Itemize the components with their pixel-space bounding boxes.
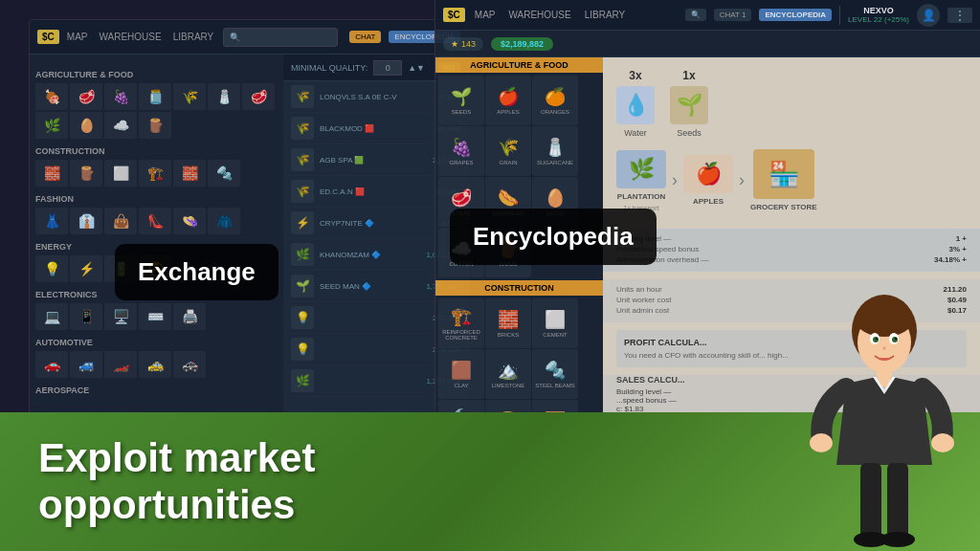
item-icon: 🌱 [291, 275, 314, 298]
apples-result: 🍎 Apples [683, 155, 733, 206]
production-chain: 🌿 PLANTATION 1x transport › 🍎 Apples › 🏪 [616, 149, 967, 211]
rn-map[interactable]: MAP [475, 10, 496, 20]
list-item[interactable]: 🧥 [208, 208, 240, 234]
list-item[interactable]: 💻 [35, 303, 68, 330]
chat-badge[interactable]: CHAT 1 [714, 9, 752, 21]
list-item[interactable]: ⌨️ [139, 303, 171, 330]
encyclopedia-label: Encyclopedia [473, 222, 634, 251]
list-item[interactable]: 👗 [35, 208, 68, 234]
list-item[interactable]: 🖥️ [104, 303, 137, 330]
recipe-row: 3x 💧 Water 1x 🌱 Seeds [616, 69, 967, 138]
construction-grid: 🧱 🪵 ⬜ 🏗️ 🧱 🔩 [35, 160, 278, 187]
item-label: REINFORCED CONCRETE [438, 329, 484, 341]
water-count: 3x [629, 69, 641, 82]
list-item[interactable]: 🍊 ORANGES [532, 76, 578, 125]
list-item[interactable]: 🧂 [208, 83, 240, 110]
list-item[interactable]: 💡 [35, 255, 68, 282]
list-item[interactable]: 🍖 [35, 83, 68, 110]
list-item[interactable]: 🌱 SEEDS [438, 76, 484, 125]
list-item[interactable]: 🏎️ [104, 351, 137, 378]
list-item[interactable]: 👠 [139, 208, 171, 234]
list-item[interactable]: 🧱 [173, 160, 206, 187]
list-item[interactable]: 🚓 [173, 351, 206, 378]
svg-point-2 [856, 302, 913, 337]
left-logo: $C [37, 30, 59, 44]
grocery-store-label: GRoceRy STORE [750, 203, 817, 211]
rn-library[interactable]: LIBRARY [585, 10, 626, 20]
list-item[interactable]: 🍇 [104, 83, 137, 110]
list-item[interactable]: ☁️ [104, 112, 137, 139]
list-item[interactable]: 🍎 APPLES [485, 76, 531, 125]
list-item[interactable]: ⚡ [70, 255, 102, 282]
list-item[interactable]: 🥩 [70, 83, 102, 110]
chain-arrow-1: › [672, 170, 678, 190]
list-item[interactable]: 🌿 [35, 112, 68, 139]
list-item[interactable]: 👔 [70, 208, 102, 234]
list-item[interactable]: 🧂 SUGARCANE [532, 126, 578, 176]
stats-row-speed: Production speed bonus 3% + [616, 245, 967, 253]
rn-warehouse[interactable]: WAREHOUSE [508, 10, 570, 20]
quality-input[interactable] [373, 60, 402, 76]
nav-library[interactable]: LIBRARY [173, 32, 214, 42]
company-name: CRYP7NITE 🔷 [320, 219, 435, 228]
list-item[interactable]: 🏗️ REINFORCED CONCRETE [438, 298, 484, 348]
item-emoji: 🟫 [451, 360, 472, 381]
section-agriculture: AGRICULTURE & FOOD [435, 57, 603, 73]
list-item[interactable]: 👒 [173, 208, 206, 234]
list-item[interactable]: 🚗 [35, 351, 68, 378]
list-item[interactable]: 🏔️ LIMESTONE [485, 349, 531, 399]
list-item[interactable]: 🪵 [139, 112, 171, 139]
item-emoji: 🍇 [451, 137, 472, 158]
right-logo: $C [443, 8, 465, 22]
item-emoji: 🏔️ [498, 360, 519, 381]
quality-arrows[interactable]: ▲▼ [408, 63, 425, 73]
list-item[interactable]: 🌾 GRAIN [485, 126, 531, 176]
list-item[interactable]: 🟫 CLAY [438, 349, 484, 399]
nav-map[interactable]: MAP [67, 32, 88, 42]
item-label: GRAIN [499, 160, 517, 165]
list-item[interactable]: 🪵 [70, 160, 102, 187]
list-item[interactable]: ⬜ [104, 160, 137, 187]
left-search[interactable]: 🔍 [223, 28, 338, 47]
user-avatar[interactable]: 👤 [917, 4, 940, 27]
item-emoji: 🥩 [451, 187, 472, 209]
list-item[interactable]: 📱 [70, 303, 102, 330]
list-item[interactable]: 🖨️ [173, 303, 206, 330]
list-item[interactable]: 🧱 [35, 160, 68, 187]
section-construction: CONSTRUCTION [435, 280, 603, 296]
list-item[interactable]: 🧱 BRICKS [485, 298, 531, 348]
item-emoji: 🍎 [498, 86, 519, 107]
more-menu[interactable]: ⋮ [947, 8, 972, 23]
company-name: ED.C.A.N 🟥 [320, 187, 432, 196]
list-item[interactable]: 🔩 [208, 160, 240, 187]
exploit-line1: Exploit market [38, 435, 315, 480]
nav-warehouse[interactable]: WAREHOUSE [99, 32, 161, 42]
encyclopedia-tab[interactable]: ENCYCLOPEDIA [759, 9, 832, 21]
list-item[interactable]: 🌾 [173, 83, 206, 110]
list-item[interactable]: 🥚 [70, 112, 102, 139]
list-item[interactable]: 🏗️ [139, 160, 171, 187]
list-item[interactable]: 🫙 [139, 83, 171, 110]
plantation-icon: 🌿 [616, 150, 666, 188]
list-item[interactable]: 🚕 [139, 351, 171, 378]
seeds-icon: 🌱 [670, 86, 708, 124]
list-item[interactable]: 🥩 [242, 83, 275, 110]
search-btn[interactable]: 🔍 [685, 9, 706, 21]
admin-value: 34.18% + [934, 255, 967, 264]
item-icon: 🌿 [291, 369, 314, 392]
list-item[interactable]: 🔩 STEEL BEAMS [532, 349, 578, 399]
company-name: KHANOMZAM 🔷 [320, 251, 420, 259]
item-label: SUGARCANE [537, 160, 573, 165]
item-label: LIMESTONE [492, 383, 525, 388]
cat-construction: CONSTRUCTION [35, 146, 278, 156]
item-label: BRICKS [498, 332, 519, 338]
list-item[interactable]: 🍇 GRAPES [438, 126, 484, 176]
list-item[interactable]: ⬜ CEMENT [532, 298, 578, 348]
company-name: BLACKMOD 🟥 [320, 124, 432, 133]
encyclopedia-tooltip: Encyclopedia [450, 209, 657, 265]
list-item[interactable]: 👜 [104, 208, 137, 234]
svg-rect-14 [887, 463, 908, 540]
item-emoji: 🏗️ [451, 306, 472, 327]
list-item[interactable]: 🚙 [70, 351, 102, 378]
svg-point-8 [895, 338, 897, 340]
